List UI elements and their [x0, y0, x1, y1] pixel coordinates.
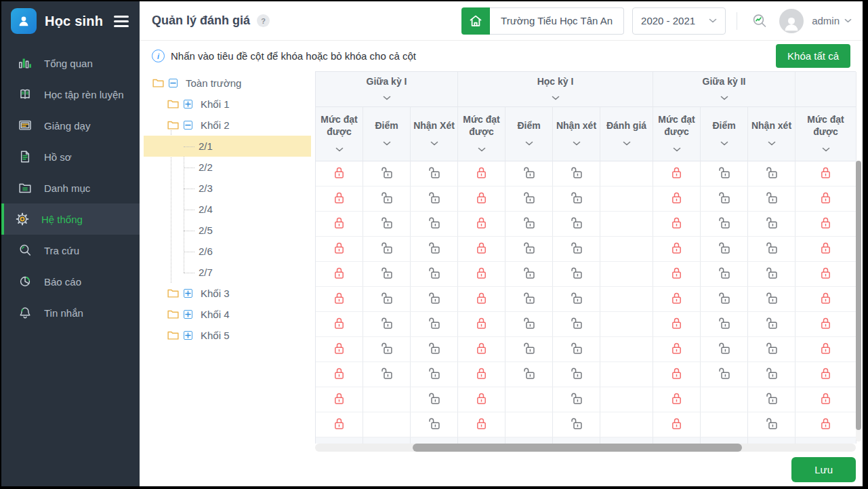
lock-cell[interactable]	[653, 161, 701, 187]
lock-cell[interactable]	[316, 287, 363, 312]
lock-cell[interactable]	[701, 312, 748, 337]
tree-node-group[interactable]: Khối 1	[144, 94, 311, 115]
tree-node-class[interactable]: 2/1	[144, 136, 311, 157]
lock-cell[interactable]	[795, 337, 856, 362]
lock-cell[interactable]	[411, 362, 458, 387]
lock-cell[interactable]	[553, 212, 600, 237]
lock-cell[interactable]	[553, 287, 600, 312]
lock-cell[interactable]	[653, 287, 701, 312]
lock-cell[interactable]	[505, 312, 553, 337]
lock-cell[interactable]	[411, 312, 458, 337]
lock-cell[interactable]	[458, 287, 505, 312]
lock-cell[interactable]	[553, 362, 600, 387]
lock-cell[interactable]	[411, 412, 458, 437]
lock-cell[interactable]	[701, 187, 748, 212]
lock-cell[interactable]	[411, 262, 458, 287]
lock-cell[interactable]	[363, 337, 411, 362]
lock-cell[interactable]	[316, 387, 363, 412]
column-header[interactable]: Điểm	[701, 107, 748, 161]
lock-all-button[interactable]: Khóa tất cả	[776, 44, 850, 68]
lock-cell[interactable]	[458, 237, 505, 262]
lock-cell[interactable]	[411, 287, 458, 312]
lock-cell[interactable]	[316, 362, 363, 387]
tree-node-class[interactable]: 2/2	[144, 157, 311, 178]
tree-node-class[interactable]: 2/7	[144, 262, 311, 283]
lock-cell[interactable]	[411, 212, 458, 237]
lock-cell[interactable]	[701, 237, 748, 262]
lock-cell[interactable]	[748, 187, 795, 212]
lock-cell[interactable]	[458, 387, 505, 412]
lock-cell[interactable]	[316, 212, 363, 237]
lock-cell[interactable]	[653, 362, 701, 387]
expand-toggle-icon[interactable]	[184, 100, 192, 109]
sidebar-item-giang-day[interactable]: Giảng dạy	[1, 110, 140, 141]
lock-cell[interactable]	[748, 287, 795, 312]
expand-toggle-icon[interactable]	[184, 331, 192, 340]
column-header[interactable]: Mức đạt được	[653, 107, 701, 161]
hamburger-menu-icon[interactable]	[112, 13, 130, 30]
tree-node-group[interactable]: Khối 2	[144, 115, 311, 136]
lock-cell[interactable]	[553, 237, 600, 262]
lock-cell[interactable]	[458, 312, 505, 337]
lock-cell[interactable]	[363, 312, 411, 337]
lock-cell[interactable]	[795, 212, 856, 237]
lock-cell[interactable]	[748, 212, 795, 237]
lock-cell[interactable]	[411, 161, 458, 187]
lock-cell[interactable]	[795, 187, 856, 212]
column-group-header[interactable]: Học kỳ I	[458, 72, 653, 107]
tree-node-group[interactable]: Khối 5	[144, 325, 311, 346]
lock-cell[interactable]	[458, 161, 505, 187]
lock-cell[interactable]	[316, 237, 363, 262]
lock-cell[interactable]	[505, 287, 553, 312]
lock-cell[interactable]	[316, 161, 363, 187]
lock-cell[interactable]	[458, 412, 505, 437]
help-icon[interactable]: ?	[257, 14, 270, 27]
expand-toggle-icon[interactable]	[184, 289, 192, 298]
analytics-search-icon[interactable]	[748, 9, 771, 33]
tree-node-class[interactable]: 2/6	[144, 241, 311, 262]
column-header[interactable]: Nhận xét	[553, 107, 600, 161]
lock-cell[interactable]	[458, 337, 505, 362]
lock-cell[interactable]	[653, 312, 701, 337]
lock-cell[interactable]	[748, 412, 795, 437]
vertical-scrollbar-thumb[interactable]	[856, 161, 861, 430]
column-group-header[interactable]: Giữa kỳ II	[653, 72, 795, 107]
lock-cell[interactable]	[505, 212, 553, 237]
lock-cell[interactable]	[653, 337, 701, 362]
sidebar-item-tong-quan[interactable]: Tổng quan	[1, 47, 140, 79]
tree-node-class[interactable]: 2/4	[144, 199, 311, 220]
lock-cell[interactable]	[553, 262, 600, 287]
lock-cell[interactable]	[553, 387, 600, 412]
tree-node-group[interactable]: Khối 3	[144, 283, 311, 304]
lock-cell[interactable]	[505, 161, 553, 187]
lock-cell[interactable]	[701, 337, 748, 362]
lock-cell[interactable]	[505, 187, 553, 212]
lock-cell[interactable]	[748, 161, 795, 187]
column-group-header[interactable]	[795, 72, 856, 107]
lock-cell[interactable]	[795, 237, 856, 262]
lock-cell[interactable]	[316, 187, 363, 212]
user-menu[interactable]: admin	[812, 15, 852, 26]
tree-node-root[interactable]: Toàn trường	[144, 73, 311, 94]
lock-cell[interactable]	[701, 362, 748, 387]
lock-cell[interactable]	[748, 237, 795, 262]
expand-toggle-icon[interactable]	[184, 310, 192, 319]
lock-cell[interactable]	[795, 161, 856, 187]
horizontal-scrollbar[interactable]	[315, 444, 856, 452]
column-header[interactable]: Điểm	[505, 107, 553, 161]
sidebar-item-tra-cuu[interactable]: Tra cứu	[1, 235, 140, 266]
sidebar-item-danh-muc[interactable]: Danh mục	[1, 172, 140, 203]
sidebar-item-bao-cao[interactable]: Báo cáo	[1, 266, 140, 297]
lock-cell[interactable]	[553, 187, 600, 212]
lock-cell[interactable]	[795, 362, 856, 387]
lock-cell[interactable]	[505, 237, 553, 262]
lock-cell[interactable]	[411, 187, 458, 212]
school-selector[interactable]: Trường Tiểu Học Tân An	[461, 7, 624, 35]
lock-cell[interactable]	[748, 362, 795, 387]
lock-cell[interactable]	[505, 362, 553, 387]
tree-node-class[interactable]: 2/5	[144, 220, 311, 241]
lock-cell[interactable]	[748, 262, 795, 287]
sidebar-item-ho-so[interactable]: Hồ sơ	[1, 141, 140, 172]
lock-cell[interactable]	[653, 262, 701, 287]
lock-cell[interactable]	[316, 337, 363, 362]
